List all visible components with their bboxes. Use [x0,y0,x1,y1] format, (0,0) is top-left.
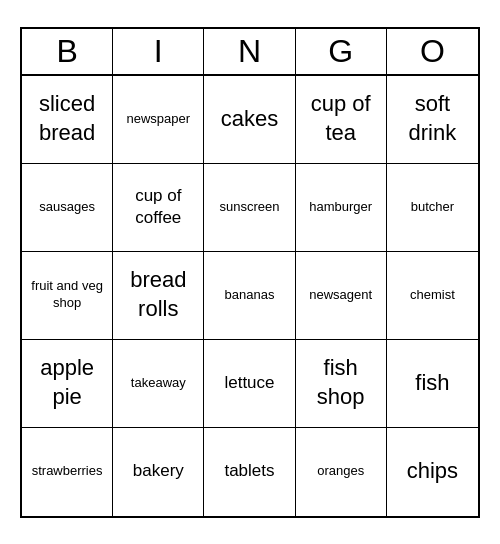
cell-label: fruit and veg shop [26,278,108,312]
bingo-cell[interactable]: bakery [113,428,204,516]
cell-label: butcher [411,199,454,216]
bingo-cell[interactable]: takeaway [113,340,204,428]
bingo-cell[interactable]: newsagent [296,252,387,340]
header-letter: O [387,29,478,74]
bingo-header: BINGO [22,29,478,76]
header-letter: B [22,29,113,74]
bingo-cell[interactable]: cup of coffee [113,164,204,252]
bingo-cell[interactable]: chips [387,428,478,516]
cell-label: sliced bread [26,90,108,147]
bingo-cell[interactable]: lettuce [204,340,295,428]
cell-label: fish shop [300,354,382,411]
cell-label: sunscreen [220,199,280,216]
bingo-grid: sliced breadnewspapercakescup of teasoft… [22,76,478,516]
cell-label: bananas [225,287,275,304]
bingo-cell[interactable]: apple pie [22,340,113,428]
cell-label: newsagent [309,287,372,304]
bingo-cell[interactable]: fish shop [296,340,387,428]
cell-label: chemist [410,287,455,304]
header-letter: G [296,29,387,74]
cell-label: sausages [39,199,95,216]
cell-label: soft drink [391,90,474,147]
bingo-cell[interactable]: sunscreen [204,164,295,252]
bingo-cell[interactable]: butcher [387,164,478,252]
bingo-board: BINGO sliced breadnewspapercakescup of t… [20,27,480,518]
cell-label: hamburger [309,199,372,216]
bingo-cell[interactable]: cakes [204,76,295,164]
bingo-cell[interactable]: oranges [296,428,387,516]
cell-label: fish [415,369,449,398]
cell-label: cakes [221,105,278,134]
bingo-cell[interactable]: fish [387,340,478,428]
cell-label: oranges [317,463,364,480]
cell-label: chips [407,457,458,486]
bingo-cell[interactable]: fruit and veg shop [22,252,113,340]
bingo-cell[interactable]: strawberries [22,428,113,516]
header-letter: I [113,29,204,74]
cell-label: bread rolls [117,266,199,323]
bingo-cell[interactable]: cup of tea [296,76,387,164]
bingo-cell[interactable]: tablets [204,428,295,516]
bingo-cell[interactable]: bananas [204,252,295,340]
bingo-cell[interactable]: soft drink [387,76,478,164]
bingo-cell[interactable]: chemist [387,252,478,340]
header-letter: N [204,29,295,74]
bingo-cell[interactable]: sliced bread [22,76,113,164]
cell-label: bakery [133,460,184,482]
cell-label: apple pie [26,354,108,411]
bingo-cell[interactable]: hamburger [296,164,387,252]
bingo-cell[interactable]: newspaper [113,76,204,164]
cell-label: lettuce [224,372,274,394]
cell-label: cup of coffee [117,185,199,229]
cell-label: cup of tea [300,90,382,147]
cell-label: newspaper [126,111,190,128]
cell-label: strawberries [32,463,103,480]
cell-label: takeaway [131,375,186,392]
bingo-cell[interactable]: bread rolls [113,252,204,340]
cell-label: tablets [224,460,274,482]
bingo-cell[interactable]: sausages [22,164,113,252]
